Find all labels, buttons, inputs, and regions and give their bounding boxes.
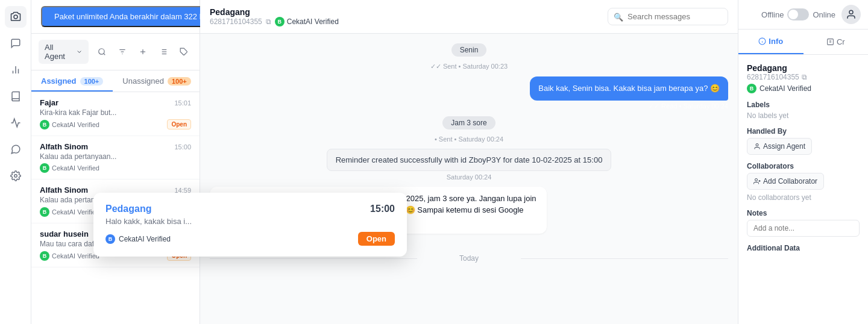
labels-label: Labels — [747, 101, 860, 109]
verified-badge: B CekatAI Verified — [40, 163, 99, 173]
offline-label: Offline — [761, 10, 784, 19]
tag-icon — [180, 48, 188, 56]
handled-by-label: Handled By — [747, 127, 860, 136]
chat-contact-number: 6281716104355 — [210, 17, 262, 26]
status-toggle[interactable] — [787, 8, 809, 20]
jam3-label: Jam 3 sore — [442, 116, 495, 129]
svg-point-29 — [755, 179, 758, 181]
plus-icon — [139, 48, 147, 56]
fc-preview: Halo kakk, kakak bisa i... — [105, 217, 395, 226]
verified-badge: B CekatAI Verified — [40, 207, 99, 217]
chevron-down-icon — [76, 48, 83, 55]
info-notes-section: Notes — [747, 209, 860, 237]
fc-verified: B CekatAI Verified — [105, 234, 171, 244]
banner-button[interactable]: Paket unlimited Anda berakhir dalam 322 … — [41, 6, 225, 27]
info-panel: Offline Online Info Cr Pedagang — [738, 0, 868, 324]
svg-line-8 — [104, 54, 105, 55]
list-icon-btn[interactable] — [155, 43, 172, 60]
add-collaborator-btn[interactable]: Add Collaborator — [747, 173, 824, 190]
user-avatar[interactable] — [841, 5, 861, 24]
chat-verified: B CekatAI Verified — [275, 17, 339, 26]
list-icon — [159, 48, 168, 56]
day-label-senin: Senin — [210, 43, 728, 57]
info-top-bar: Offline Online — [738, 0, 868, 30]
tab-unassigned-label: Unassigned — [122, 76, 164, 86]
filter-icon-btn[interactable] — [114, 43, 131, 60]
chat-header: Pedagang 6281716104355 ⧉ B CekatAI Verif… — [200, 0, 738, 34]
svg-point-7 — [99, 49, 104, 54]
fc-verified-label: CekatAI Verified — [119, 235, 171, 243]
info-verified: B CekatAI Verified — [747, 84, 860, 93]
sidebar-icon-camera[interactable] — [5, 6, 27, 28]
info-tab-cr[interactable]: Cr — [804, 30, 869, 54]
filter-icon — [118, 48, 127, 56]
toolbar-icons — [93, 43, 192, 60]
info-cekat-badge: B — [747, 84, 756, 93]
add-icon-btn[interactable] — [134, 43, 151, 60]
chat-cekat-badge: B — [275, 17, 285, 26]
info-tabs: Info Cr — [738, 30, 868, 55]
msg-row-right-1: Baik kak, Senin bisa. Kakak bisa jam ber… — [210, 76, 728, 110]
collaborators-label: Collaborators — [747, 162, 860, 170]
info-collaborators-section: Collaborators Add Collaborator No collab… — [747, 162, 860, 202]
conv-name: sudar husein — [40, 229, 89, 238]
info-icon — [758, 37, 766, 45]
sidebar-icon-chat[interactable] — [5, 33, 27, 54]
assign-icon — [753, 143, 761, 150]
info-labels-section: Labels No labels yet — [747, 101, 860, 120]
sidebar-icon-chart[interactable] — [5, 59, 27, 81]
sidebar-icon-book[interactable] — [5, 86, 27, 107]
chat-messages: Senin ✓✓ Sent • Saturday 00:23 Baik kak,… — [200, 34, 738, 324]
senin-label: Senin — [451, 43, 487, 57]
system-msg-time: Saturday 00:24 — [447, 173, 492, 181]
verified-badge: B CekatAI Verified — [40, 120, 99, 129]
info-contact-num: 6281716104355 ⧉ — [747, 73, 860, 81]
sidebar-icon-settings[interactable] — [5, 165, 27, 187]
copy-num-icon[interactable]: ⧉ — [802, 73, 807, 81]
info-additional-section: Additional Data — [747, 244, 860, 255]
info-contact-block: Pedagang 6281716104355 ⧉ B CekatAI Verif… — [747, 63, 860, 93]
info-handled-section: Handled By Assign Agent — [747, 127, 860, 155]
conv-preview: Kalau ada pertanyaan... — [40, 152, 160, 161]
conv-item-fajar[interactable]: Fajar 15:01 Kira-kira kak Fajar but... B… — [31, 92, 200, 136]
info-tab-label: Info — [769, 37, 783, 46]
cekat-badge: B — [40, 207, 49, 217]
status-badge: Open — [167, 119, 191, 129]
sidebar-icons — [0, 0, 31, 324]
conv-item-alfath1[interactable]: Alfath Sinom 15:00 Kalau ada pertanyaan.… — [31, 136, 200, 179]
tab-assigned-badge: 100+ — [80, 77, 104, 86]
agent-select[interactable]: All Agent — [39, 40, 89, 64]
tab-assigned[interactable]: Assigned 100+ — [31, 70, 113, 92]
online-label: Online — [813, 10, 835, 19]
search-icon — [98, 48, 106, 56]
conv-time: 15:01 — [174, 99, 191, 107]
additional-data-label: Additional Data — [747, 244, 860, 252]
assign-agent-btn[interactable]: Assign Agent — [747, 138, 812, 155]
cr-icon — [826, 38, 834, 46]
tag-icon-btn[interactable] — [175, 43, 192, 60]
info-contact-name: Pedagang — [747, 63, 860, 73]
copy-icon[interactable]: ⧉ — [266, 17, 271, 26]
sidebar-icon-message[interactable] — [5, 139, 27, 160]
notes-input[interactable] — [747, 220, 860, 237]
collaborators-value: No collaborators yet — [747, 193, 860, 202]
cekat-badge: B — [40, 163, 49, 173]
fc-name: Pedagang — [105, 204, 151, 214]
msg-time-right-1: ✓✓ Read • Saturday 00:24 — [649, 102, 728, 110]
chat-contact-name: Pedagang — [210, 7, 339, 17]
sidebar-icon-stats[interactable] — [5, 112, 27, 134]
info-tab-info[interactable]: Info — [738, 30, 804, 54]
conv-preview: Kira-kira kak Fajar but... — [40, 108, 160, 117]
cr-tab-label: Cr — [837, 37, 845, 46]
conv-name: Alfath Sinom — [40, 185, 88, 195]
conv-name: Fajar — [40, 98, 58, 107]
search-messages-input[interactable] — [608, 8, 728, 25]
tab-unassigned[interactable]: Unassigned 100+ — [113, 70, 200, 92]
search-icon-btn[interactable] — [93, 43, 110, 60]
info-body: Pedagang 6281716104355 ⧉ B CekatAI Verif… — [738, 55, 868, 324]
tab-assigned-label: Assigned — [41, 76, 77, 86]
verified-badge: B CekatAI Verified — [40, 251, 99, 261]
fc-cekat-badge: B — [105, 234, 115, 244]
svg-point-4 — [14, 175, 17, 178]
labels-value: No labels yet — [747, 111, 860, 120]
